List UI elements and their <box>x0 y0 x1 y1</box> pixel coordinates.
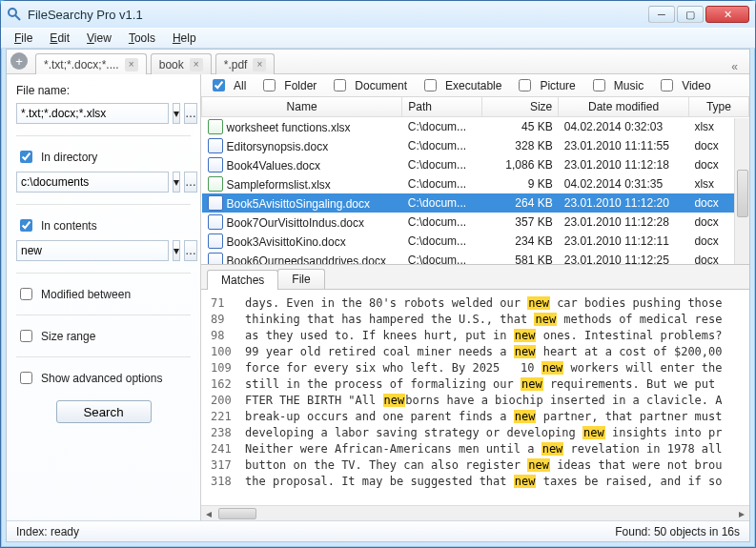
svg-line-1 <box>15 15 20 20</box>
filter-all[interactable]: All <box>209 76 246 94</box>
size-range-label: Size range <box>41 330 95 343</box>
size-range-checkbox[interactable] <box>20 330 32 342</box>
modified-between-label: Modified between <box>41 288 131 301</box>
column-header-date-modified[interactable]: Date modified <box>559 97 689 117</box>
table-row[interactable]: Book3AvisittoKino.docxC:\docum...234 KB2… <box>202 232 749 251</box>
menu-tools[interactable]: Tools <box>121 30 163 47</box>
modified-between-checkbox[interactable] <box>20 288 32 300</box>
collapse-sidebar-button[interactable]: « <box>724 60 746 73</box>
menu-help[interactable]: Help <box>165 30 204 47</box>
preview-line: 10099 year old retired coal miner needs … <box>211 344 749 360</box>
preview-line: 318the proposal. It may be suggested tha… <box>211 474 749 490</box>
search-tab-1[interactable]: book× <box>151 53 212 74</box>
filename-dropdown-button[interactable]: ▾ <box>173 103 180 124</box>
filter-music[interactable]: Music <box>589 76 644 94</box>
menu-file[interactable]: File <box>7 30 40 47</box>
results-scrollbar[interactable] <box>734 118 749 264</box>
preview-horizontal-scrollbar[interactable]: ◂▸ <box>201 505 749 520</box>
filter-label: Folder <box>284 79 317 92</box>
in-directory-label: In directory <box>41 151 97 164</box>
maximize-button[interactable]: ▢ <box>677 6 704 23</box>
search-tab-2[interactable]: *.pdf× <box>215 53 276 74</box>
preview-line: 241Neither were African-Americans men un… <box>211 441 749 457</box>
filter-label: Executable <box>445 79 501 92</box>
tab-label: *.pdf <box>224 58 248 71</box>
directory-input[interactable] <box>16 172 169 193</box>
filter-label: Music <box>614 79 644 92</box>
docx-file-icon <box>208 138 223 153</box>
svg-point-0 <box>9 9 16 16</box>
contents-dropdown-button[interactable]: ▾ <box>173 240 180 261</box>
close-button[interactable]: ✕ <box>705 6 749 23</box>
filter-label: All <box>234 79 246 92</box>
docx-file-icon <box>208 253 223 265</box>
in-contents-checkbox[interactable] <box>20 219 32 232</box>
directory-browse-button[interactable]: … <box>184 172 197 193</box>
tab-label: book <box>159 58 184 71</box>
app-icon <box>7 7 22 22</box>
filter-document[interactable]: Document <box>330 76 407 94</box>
filter-picture[interactable]: Picture <box>515 76 575 94</box>
preview-line: 98as they used to. If knees hurt, put in… <box>211 328 749 344</box>
in-contents-label: In contents <box>41 219 97 233</box>
preview-line: 221break-up occurs and one parent finds … <box>211 409 749 425</box>
preview-line: 317button on the TV. They can also regis… <box>211 457 749 474</box>
table-row[interactable]: Book6Ourneedsanddrives.docxC:\docum...58… <box>202 251 749 265</box>
xlsx-file-icon <box>208 119 223 134</box>
docx-file-icon <box>208 195 223 211</box>
preview-line: 162still in the process of formalizing o… <box>211 376 749 393</box>
menu-view[interactable]: View <box>79 30 119 47</box>
xlsx-file-icon <box>208 176 223 192</box>
column-header-name[interactable]: Name <box>202 97 402 117</box>
tab-close-icon[interactable]: × <box>190 58 203 71</box>
filter-executable[interactable]: Executable <box>420 76 501 94</box>
table-row[interactable]: Sampleformslist.xlsxC:\docum...9 KB04.02… <box>202 174 749 193</box>
docx-file-icon <box>208 157 223 173</box>
preview-line: 71days. Even in the 80's robots welded o… <box>211 295 749 312</box>
table-row[interactable]: Book5AvisittoSingaling.docxC:\docum...26… <box>202 193 749 213</box>
preview-pane: 71days. Even in the 80's robots welded o… <box>201 290 749 505</box>
filter-label: Document <box>355 79 407 92</box>
table-row[interactable]: Book7OurVisittoIndus.docxC:\docum...357 … <box>202 213 749 232</box>
preview-line: 109force for every six who left. By 2025… <box>211 360 749 376</box>
table-row[interactable]: worksheet functions.xlsxC:\docum...45 KB… <box>202 117 749 137</box>
docx-file-icon <box>208 214 223 230</box>
contents-input[interactable] <box>16 240 169 261</box>
in-directory-checkbox[interactable] <box>20 151 32 163</box>
directory-dropdown-button[interactable]: ▾ <box>173 172 180 193</box>
preview-line: 238developing a labor saving strategy or… <box>211 425 749 441</box>
menu-edit[interactable]: Edit <box>42 30 77 47</box>
column-header-path[interactable]: Path <box>402 97 482 117</box>
preview-line: 89thinking that has hampered the U.S., t… <box>211 312 749 328</box>
window-title: FileSearchy Pro v1.1 <box>28 8 648 22</box>
table-row[interactable]: Editorsynopsis.docxC:\docum...328 KB23.0… <box>202 136 749 155</box>
filename-label: File name: <box>16 84 191 97</box>
filter-folder[interactable]: Folder <box>259 76 317 94</box>
docx-file-icon <box>208 233 223 249</box>
column-header-type[interactable]: Type <box>688 97 748 117</box>
tab-close-icon[interactable]: × <box>125 58 138 71</box>
search-tab-0[interactable]: *.txt;*.docx;*....× <box>35 53 147 74</box>
advanced-options-label: Show advanced options <box>41 372 162 385</box>
filter-video[interactable]: Video <box>657 76 710 94</box>
minimize-button[interactable]: ─ <box>648 6 675 23</box>
tab-close-icon[interactable]: × <box>253 58 266 71</box>
add-tab-button[interactable]: + <box>10 52 28 70</box>
column-header-size[interactable]: Size <box>482 97 559 117</box>
status-left: Index: ready <box>16 525 79 538</box>
tab-label: *.txt;*.docx;*.... <box>44 58 119 71</box>
filename-input[interactable] <box>16 103 169 124</box>
search-button[interactable]: Search <box>56 400 152 423</box>
contents-options-button[interactable]: … <box>184 240 197 261</box>
table-row[interactable]: Book4Values.docxC:\docum...1,086 KB23.01… <box>202 155 749 174</box>
filename-browse-button[interactable]: … <box>184 103 197 124</box>
preview-tab-file[interactable]: File <box>277 269 324 289</box>
filter-label: Video <box>682 79 710 92</box>
preview-tab-matches[interactable]: Matches <box>207 270 278 290</box>
filter-label: Picture <box>540 79 575 92</box>
status-right: Found: 50 objects in 16s <box>615 525 740 538</box>
advanced-options-checkbox[interactable] <box>20 372 32 384</box>
preview-line: 200FTER THE BIRTH "All newborns have a b… <box>211 393 749 409</box>
